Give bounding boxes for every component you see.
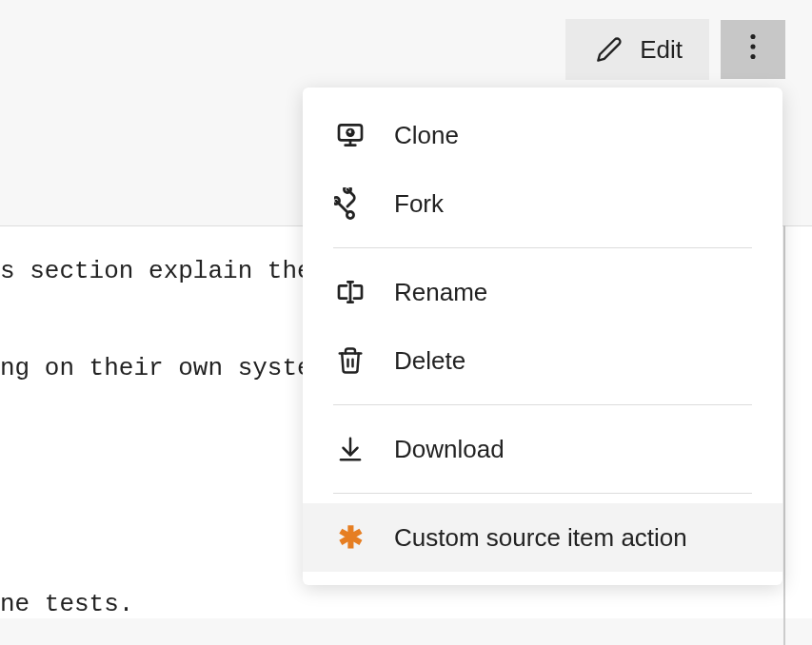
menu-item-label: Download [394,435,505,464]
vertical-dots-icon [749,33,757,67]
edit-button-label: Edit [640,35,683,65]
svg-point-0 [750,33,755,38]
svg-point-2 [750,53,755,58]
edit-button[interactable]: Edit [565,19,709,80]
menu-item-label: Fork [394,189,444,219]
clone-icon [333,118,367,152]
menu-item-download[interactable]: Download [303,415,782,483]
svg-point-1 [750,44,755,49]
menu-item-rename[interactable]: Rename [303,258,782,326]
menu-item-delete[interactable]: Delete [303,326,782,395]
rename-icon [333,275,367,309]
menu-divider [333,493,752,494]
menu-item-fork[interactable]: Fork [303,169,782,238]
content-border [783,225,785,645]
menu-item-label: Clone [394,121,459,150]
menu-item-label: Rename [394,278,487,307]
download-icon [333,432,367,466]
trash-icon [333,343,367,378]
actions-dropdown-menu: Clone Fork Rename [303,88,782,585]
toolbar: Edit [565,19,785,80]
star-icon: ✱ [333,520,367,555]
menu-item-clone[interactable]: Clone [303,101,782,169]
menu-item-custom-action[interactable]: ✱ Custom source item action [303,503,782,572]
menu-item-label: Custom source item action [394,523,687,553]
more-actions-button[interactable] [721,20,785,79]
menu-item-label: Delete [394,346,465,376]
pencil-icon [592,32,626,67]
fork-icon [333,186,367,221]
menu-divider [333,247,752,248]
content-text-line: ne tests. [0,590,812,618]
menu-divider [333,404,752,405]
